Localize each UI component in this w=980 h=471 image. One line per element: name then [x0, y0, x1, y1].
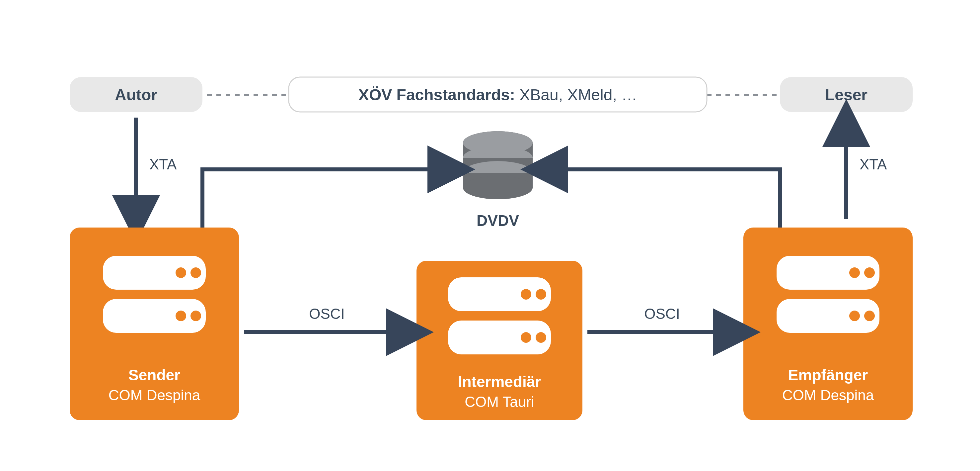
svg-point-6 [463, 176, 533, 199]
arrow-empf-dvdv [544, 169, 780, 228]
empf-sub: COM Despina [782, 387, 874, 403]
svg-point-11 [191, 267, 201, 278]
svg-rect-16 [448, 277, 551, 311]
empfaenger-node: Empfänger COM Despina [743, 228, 913, 420]
database-icon [463, 131, 533, 199]
svg-rect-12 [103, 299, 206, 333]
svg-point-24 [849, 267, 860, 278]
svg-rect-23 [776, 256, 880, 290]
svg-point-13 [175, 311, 186, 321]
svg-point-25 [864, 267, 875, 278]
svg-point-20 [521, 332, 531, 343]
dvdv-label: DVDV [477, 212, 519, 229]
label-xta-right: XTA [859, 156, 887, 172]
intermed-sub: COM Tauri [465, 394, 534, 410]
svg-point-7 [463, 131, 533, 155]
empf-title: Empfänger [788, 366, 868, 384]
sender-node: Sender COM Despina [70, 228, 239, 420]
svg-point-21 [536, 332, 546, 343]
sender-sub: COM Despina [108, 387, 200, 403]
svg-rect-19 [448, 321, 551, 354]
svg-point-27 [849, 311, 860, 321]
sender-title: Sender [129, 366, 180, 384]
diagram-canvas: Autor XÖV Fachstandards: XBau, XMeld, … … [0, 0, 980, 471]
svg-point-17 [521, 289, 531, 300]
leser-label: Leser [825, 86, 867, 104]
svg-point-14 [191, 311, 201, 321]
label-osci-right: OSCI [644, 306, 680, 322]
svg-rect-9 [103, 256, 206, 290]
label-xta-left: XTA [150, 156, 177, 172]
intermed-title: Intermediär [458, 373, 541, 390]
svg-point-10 [175, 267, 186, 278]
intermediaer-node: Intermediär COM Tauri [417, 261, 582, 420]
svg-point-18 [536, 289, 546, 300]
svg-point-28 [864, 311, 875, 321]
svg-rect-26 [776, 299, 880, 333]
label-osci-left: OSCI [309, 306, 345, 322]
standards-text: XÖV Fachstandards: XBau, XMeld, … [358, 86, 637, 104]
arrow-sender-dvdv [202, 169, 451, 228]
autor-label: Autor [115, 86, 157, 104]
